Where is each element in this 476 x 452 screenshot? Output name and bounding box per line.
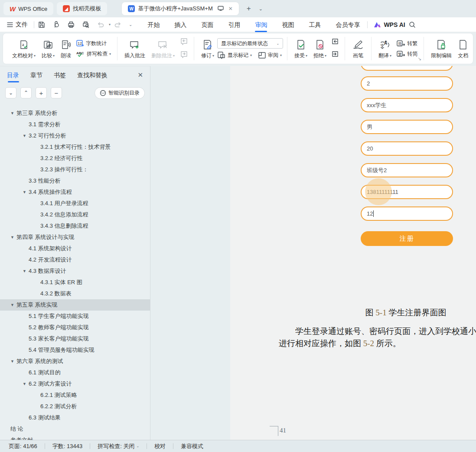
save-icon[interactable] — [37, 20, 46, 29]
compare-button[interactable]: 比较▾ — [39, 38, 58, 59]
accept-button[interactable]: 接受▾ — [291, 38, 310, 59]
zoom-in-level-button[interactable]: + — [36, 87, 47, 98]
toc-item[interactable]: ▼3.4 系统操作流程 — [0, 187, 150, 198]
restrict-edit-button[interactable]: 限制编辑 — [428, 38, 455, 59]
tab-list-dropdown-icon[interactable]: ⌄ — [259, 6, 263, 12]
toc-item[interactable]: 3.2.1 技术可行性：技术背景 — [0, 141, 150, 153]
file-menu-button[interactable]: 文件 — [0, 21, 34, 29]
insert-comment-button[interactable]: 插入批注 — [121, 38, 148, 59]
close-sidebar-icon[interactable]: ✕ — [137, 71, 143, 79]
tab-template-store[interactable]: ◢ 找稻壳模板 — [57, 2, 107, 15]
next-comment-icon[interactable] — [179, 51, 188, 60]
menu-member[interactable]: 会员专享 — [328, 18, 367, 31]
redo-icon[interactable] — [114, 20, 122, 29]
toc-item[interactable]: 4.1 系统架构设计 — [0, 243, 150, 254]
smart-toc-button[interactable]: 智能识别目录 — [95, 87, 145, 99]
caret-down-icon[interactable]: ▼ — [10, 111, 16, 115]
toc-item[interactable]: 5.3 家长客户端功能实现 — [0, 333, 150, 344]
toc-item[interactable]: 4.3.1 实体 ER 图 — [0, 277, 150, 288]
status-compat-mode[interactable]: 兼容模式 — [173, 442, 211, 450]
caret-down-icon[interactable]: ▼ — [23, 134, 29, 138]
reject-button[interactable]: 拒绝▾ — [310, 38, 329, 59]
previous-comment-icon[interactable] — [179, 38, 188, 47]
toc-item[interactable]: 3.4.1 用户登录流程 — [0, 198, 150, 209]
toc-item[interactable]: 5.1 学生客户端功能实现 — [0, 311, 150, 322]
word-count-button[interactable]: 12 字数统计 — [76, 40, 111, 47]
document-permission-button[interactable]: 文档 — [455, 38, 471, 59]
caret-down-icon[interactable]: ▼ — [10, 235, 16, 239]
proofread-button[interactable]: a 文档校对▾ — [9, 38, 39, 59]
tab-find-replace[interactable]: 查找和替换 — [77, 68, 108, 82]
translate-button[interactable]: A文 翻译▾ — [375, 38, 394, 59]
menu-page[interactable]: 页面 — [194, 18, 221, 31]
dialog-launcher-icon[interactable]: ↘ — [418, 56, 421, 61]
menu-review[interactable]: 审阅 — [248, 18, 274, 31]
review-pane-button[interactable]: 审阅▾ — [258, 52, 282, 59]
tab-document[interactable]: W 基于微信小程序+JavaSSM+M ✕ — [122, 2, 239, 15]
tab-chapters[interactable]: 章节 — [30, 68, 42, 82]
close-tab-icon[interactable]: ✕ — [228, 6, 233, 12]
toc-item[interactable]: 3.1 需求分析 — [0, 119, 150, 130]
previous-change-icon[interactable] — [331, 38, 339, 47]
toc-item[interactable]: 6.2.1 测试策略 — [0, 390, 150, 401]
status-page-indicator[interactable]: 页面: 41/66 — [9, 442, 45, 450]
caret-down-icon[interactable]: ▼ — [23, 269, 29, 273]
collapse-all-button[interactable]: ⌃ — [20, 87, 32, 98]
toc-item[interactable]: 4.2 开发流程设计 — [0, 254, 150, 265]
toc-item[interactable]: ▼6.2 测试方案设计 — [0, 378, 150, 390]
menu-view[interactable]: 视图 — [274, 18, 301, 31]
menu-tools[interactable]: 工具 — [301, 18, 328, 31]
tab-wps-home[interactable]: W WPS Office — [3, 2, 53, 15]
toc-item[interactable]: ▼第三章 系统分析 — [0, 108, 150, 119]
search-icon[interactable] — [408, 20, 417, 29]
quick-access-dropdown-icon[interactable]: ⌄ — [129, 22, 132, 27]
status-spell-check[interactable]: 拼写检查: 关闭⌄ — [90, 442, 147, 450]
toc-item[interactable]: 3.2.3 操作可行性： — [0, 164, 150, 175]
toc-item[interactable]: ▼第五章 系统实现 — [0, 299, 150, 311]
document-workspace[interactable]: 2xxx学生男20班级号21381111111112 注册 图 5-1 学生注册… — [151, 66, 476, 440]
print-preview-icon[interactable] — [82, 20, 90, 29]
menu-reference[interactable]: 引用 — [221, 18, 248, 31]
spell-check-button[interactable]: ABC 拼写检查▾ — [76, 50, 111, 58]
tab-bookmarks[interactable]: 书签 — [54, 68, 66, 82]
export-pdf-icon[interactable] — [52, 20, 61, 29]
toc-item[interactable]: ▼第四章 系统设计与实现 — [0, 232, 150, 243]
caret-down-icon[interactable]: ▼ — [10, 359, 16, 364]
tab-contents[interactable]: 目录 — [7, 68, 19, 82]
read-aloud-button[interactable]: 朗读 — [58, 38, 74, 59]
toc-item[interactable]: 参考文献 — [0, 435, 150, 440]
toc-item[interactable]: ▼4.3 数据库设计 — [0, 265, 150, 277]
wps-ai-button[interactable]: WPS AI — [374, 21, 405, 28]
expand-all-button[interactable]: ⌄ — [5, 87, 16, 98]
caret-down-icon[interactable]: ▼ — [10, 303, 16, 307]
new-tab-button[interactable]: + — [247, 4, 251, 13]
screen-share-icon[interactable] — [218, 6, 224, 12]
zoom-out-level-button[interactable]: − — [51, 87, 62, 98]
show-markup-button[interactable]: 显示标记▾ — [217, 51, 252, 59]
toc-item[interactable]: ▼3.2 可行性分析 — [0, 130, 150, 141]
status-word-count[interactable]: 字数: 13443 — [45, 442, 90, 450]
next-change-icon[interactable] — [331, 51, 339, 59]
toc-item[interactable]: 5.2 教师客户端功能实现 — [0, 322, 150, 333]
caret-down-icon[interactable]: ▼ — [23, 382, 29, 386]
status-proofread[interactable]: 校对 — [147, 442, 173, 450]
toc-item[interactable]: 3.4.3 信息删除流程 — [0, 220, 150, 232]
pen-button[interactable]: 画笔 — [349, 38, 367, 59]
toc-item[interactable]: ▼第六章 系统的测试 — [0, 356, 150, 367]
toc-item[interactable]: 3.3 性能分析 — [0, 175, 150, 187]
menu-insert[interactable]: 插入 — [167, 18, 194, 31]
toc-item[interactable]: 6.1 测试目的 — [0, 367, 150, 378]
toc-item[interactable]: 3.2.2 经济可行性 — [0, 153, 150, 164]
track-changes-button[interactable]: 修订▾ — [198, 38, 217, 59]
menu-start[interactable]: 开始 — [140, 18, 167, 31]
to-simplified-button[interactable]: 繁 转简 — [397, 50, 417, 58]
toc-item[interactable]: 结 论 — [0, 423, 150, 435]
to-traditional-button[interactable]: 简 转繁 — [397, 40, 417, 47]
markup-state-select[interactable]: 显示标记的最终状态 ⌄ — [217, 38, 283, 49]
toc-item[interactable]: 4.3.2 数据表 — [0, 288, 150, 299]
toc-item[interactable]: 6.3 测试结果 — [0, 412, 150, 423]
caret-down-icon[interactable]: ▼ — [23, 190, 29, 194]
toc-item[interactable]: 3.4.2 信息添加流程 — [0, 209, 150, 220]
toc-item[interactable]: 5.4 管理员服务端功能实现 — [0, 344, 150, 356]
print-icon[interactable] — [67, 20, 75, 29]
